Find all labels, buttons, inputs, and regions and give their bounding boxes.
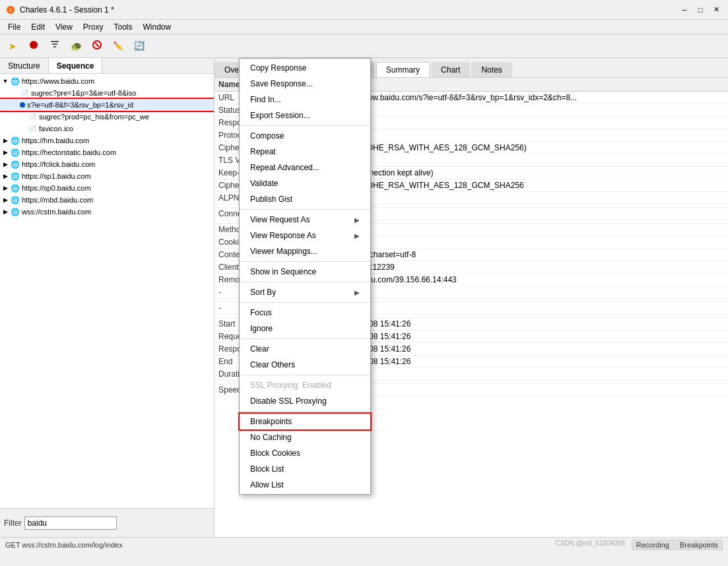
toolbar-turtle-btn[interactable]: 🐢 xyxy=(66,37,86,55)
ctx-find-in[interactable]: Find In... xyxy=(240,92,370,108)
ctx-view-request-as[interactable]: View Request As ▶ xyxy=(240,212,370,228)
tree-item-sugrec[interactable]: ▶ sugrec?pre=1&p=3&ie=utf-8&iso xyxy=(0,87,214,99)
tree-label-baidu: https://www.baidu.com xyxy=(22,77,94,85)
title-bar: C Charles 4.6.1 - Session 1 * ─ □ ✕ xyxy=(0,0,728,20)
ctx-label-compose: Compose xyxy=(250,131,284,141)
table-cell-value: 2021-02-08 15:41:26 xyxy=(333,318,728,330)
table-cell-value: - xyxy=(333,302,728,315)
tree-item-fclick[interactable]: ▶ https://fclick.baidu.com xyxy=(0,158,214,170)
tree-item-sp0[interactable]: ▶ https://sp0.baidu.com xyxy=(0,182,214,194)
arrow-icon: ➤ xyxy=(9,41,17,51)
ctx-label-view-request-as: View Request As xyxy=(250,215,310,224)
globe-icon-sp1 xyxy=(11,172,20,181)
toolbar-arrow-btn[interactable]: ➤ xyxy=(3,37,22,55)
ctx-allow-list[interactable]: Allow List xyxy=(240,477,370,493)
tab-summary[interactable]: Summary xyxy=(376,62,430,77)
table-cell-value: TLS_ECDHE_RSA_WITH_AES_128_GCM_SHA256 xyxy=(333,179,728,192)
ctx-export-session[interactable]: Export Session... xyxy=(240,108,370,123)
table-cell-value: Yes xyxy=(333,236,728,249)
menu-view[interactable]: View xyxy=(50,21,78,33)
tab-chart[interactable]: Chart xyxy=(431,62,470,77)
ctx-viewer-mappings[interactable]: Viewer Mappings... xyxy=(240,243,370,259)
ctx-repeat[interactable]: Repeat xyxy=(240,144,370,160)
ctx-sep4 xyxy=(240,282,370,282)
ctx-breakpoints[interactable]: Breakpoints xyxy=(240,414,370,429)
tree-label-sugrec: sugrec?pre=1&p=3&ie=utf-8&iso xyxy=(31,89,136,97)
menu-file[interactable]: File xyxy=(3,21,26,33)
ctx-label-focus: Focus xyxy=(250,308,272,317)
globe-icon-wss xyxy=(11,207,20,216)
tree-item-hectorstatic[interactable]: ▶ https://hectorstatic.baidu.com xyxy=(0,146,214,158)
ctx-block-list[interactable]: Block List xyxy=(240,461,370,477)
ctx-ignore[interactable]: Ignore xyxy=(240,321,370,336)
ctx-label-save-response: Save Response... xyxy=(250,79,313,88)
menu-proxy[interactable]: Proxy xyxy=(78,21,109,33)
ctx-label-viewer-mappings: Viewer Mappings... xyxy=(250,247,317,256)
ctx-clear-others[interactable]: Clear Others xyxy=(240,357,370,373)
minimize-button[interactable]: ─ xyxy=(678,3,691,16)
context-menu: Copy Response Save Response... Find In..… xyxy=(239,58,371,495)
ctx-sep8 xyxy=(240,411,370,412)
filter-label: Filter xyxy=(4,519,22,528)
ctx-focus[interactable]: Focus xyxy=(240,305,370,321)
ctx-view-response-as[interactable]: View Response As ▶ xyxy=(240,228,370,243)
ctx-save-response[interactable]: Save Response... xyxy=(240,76,370,92)
table-cell-value: www.baidu.com/39.156.66.14:443 xyxy=(333,274,728,286)
ctx-arrow-response: ▶ xyxy=(354,232,360,239)
toolbar-stop-btn[interactable] xyxy=(87,37,107,55)
tree-item-hm[interactable]: ▶ https://hm.baidu.com xyxy=(0,135,214,146)
table-cell-value: 2 xyxy=(333,208,728,220)
tree-item-baidu[interactable]: ▼ https://www.baidu.com xyxy=(0,75,214,87)
ctx-disable-ssl-proxying[interactable]: Disable SSL Proxying xyxy=(240,393,370,409)
tab-sequence[interactable]: Sequence xyxy=(49,58,103,73)
filter-input[interactable] xyxy=(24,517,117,530)
ctx-no-caching[interactable]: No Caching xyxy=(240,429,370,445)
ctx-block-cookies[interactable]: Block Cookies xyxy=(240,445,370,461)
tree-label-wss: wss://cstm.baidu.com xyxy=(22,208,91,216)
ctx-compose[interactable]: Compose xyxy=(240,128,370,144)
tree-item-s-query[interactable]: ▶ s?ie=utf-8&f=3&rsv_bp=1&rsv_id xyxy=(0,99,214,111)
tab-notes[interactable]: Notes xyxy=(471,62,512,77)
toolbar-refresh-btn[interactable]: 🔄 xyxy=(129,37,149,55)
ctx-label-publish-gist: Publish Gist xyxy=(250,195,292,204)
table-cell-value: https://www.baidu.com/s?ie=utf-8&f=3&rsv… xyxy=(333,92,728,104)
tree-item-favicon[interactable]: ▶ favicon.ico xyxy=(0,123,214,135)
menu-tools[interactable]: Tools xyxy=(109,21,138,33)
tree-label-fclick: https://fclick.baidu.com xyxy=(22,160,95,168)
toolbar-filter-btn[interactable] xyxy=(45,37,65,55)
ctx-label-repeat-advanced: Repeat Advanced... xyxy=(250,163,319,172)
tree-item-sp1[interactable]: ▶ https://sp1.baidu.com xyxy=(0,170,214,182)
toolbar-record-btn[interactable] xyxy=(24,37,44,55)
expand-icon-baidu: ▼ xyxy=(1,77,9,85)
ctx-label-no-caching: No Caching xyxy=(250,433,292,442)
menu-edit[interactable]: Edit xyxy=(26,21,50,33)
tab-structure[interactable]: Structure xyxy=(0,58,49,73)
tree-item-mbd[interactable]: ▶ https://mbd.baidu.com xyxy=(0,194,214,206)
table-cell-value: 2021-02-08 15:41:26 xyxy=(333,356,728,368)
tree-label-sp1: https://sp1.baidu.com xyxy=(22,172,91,180)
ctx-show-in-sequence[interactable]: Show in Sequence xyxy=(240,264,370,280)
table-cell-value: 127.0.0.1:12239 xyxy=(333,261,728,274)
svg-rect-5 xyxy=(53,46,56,47)
ctx-validate[interactable]: Validate xyxy=(240,175,370,191)
tree-item-sugrec2[interactable]: ▶ sugrec?prod=pc_his&from=pc_we xyxy=(0,111,214,123)
toolbar-pen-btn[interactable]: ✏️ xyxy=(108,37,128,55)
menu-window[interactable]: Window xyxy=(138,21,177,33)
tree-item-wss[interactable]: ▶ wss://cstm.baidu.com xyxy=(0,206,214,218)
svg-rect-4 xyxy=(52,44,57,45)
ctx-copy-response[interactable]: Copy Response xyxy=(240,60,370,76)
table-cell-value: TLSv1.2 xyxy=(333,154,728,167)
ctx-repeat-advanced[interactable]: Repeat Advanced... xyxy=(240,160,370,175)
expand-icon-fclick: ▶ xyxy=(1,160,9,168)
close-button[interactable]: ✕ xyxy=(710,3,723,16)
filter-panel: Filter xyxy=(0,508,214,537)
table-cell-value: 2021-02-08 15:41:26 xyxy=(333,343,728,356)
left-tab-bar: Structure Sequence xyxy=(0,58,214,74)
ctx-clear[interactable]: Clear xyxy=(240,341,370,357)
globe-icon-hm xyxy=(11,136,20,145)
ctx-arrow-request: ▶ xyxy=(354,216,360,224)
maximize-button[interactable]: □ xyxy=(694,3,707,16)
ctx-sort-by[interactable]: Sort By ▶ xyxy=(240,284,370,300)
table-cell-value: text/html;charset=utf-8 xyxy=(333,249,728,261)
ctx-publish-gist[interactable]: Publish Gist xyxy=(240,191,370,207)
